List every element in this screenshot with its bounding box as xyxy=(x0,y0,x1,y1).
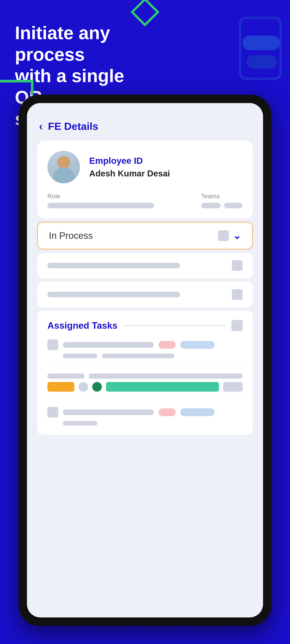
tasks-add-button[interactable] xyxy=(231,320,243,331)
task-row-3-top xyxy=(47,407,243,418)
app-header: ‹ FE Details xyxy=(27,113,263,137)
task-color-teal xyxy=(106,382,219,392)
task-3-tag-pink xyxy=(159,408,176,416)
bg-phone-graphic xyxy=(239,17,282,80)
tasks-section: Assigned Tasks xyxy=(37,311,253,435)
task-color-circle-dark-green xyxy=(92,382,102,392)
task-color-gray-bar xyxy=(223,382,243,392)
role-value-bar xyxy=(47,203,154,208)
phone-mockup: ‹ FE Details Employee ID Adesh Kumar Des… xyxy=(19,95,271,626)
task-color-row xyxy=(47,382,243,392)
list-item-1-bar xyxy=(47,263,180,268)
task-divider-1 xyxy=(47,366,243,366)
avatar xyxy=(47,151,80,183)
list-item-1-icon xyxy=(232,260,243,271)
employee-name: Adesh Kumar Desai xyxy=(89,168,170,178)
team-bar-1 xyxy=(201,203,221,208)
status-bar xyxy=(27,103,263,113)
tasks-header: Assigned Tasks xyxy=(47,320,243,331)
headline-line1: Initiate any process xyxy=(15,23,110,64)
employee-card: Employee ID Adesh Kumar Desai Role Teams xyxy=(37,140,253,218)
employee-info-row: Employee ID Adesh Kumar Desai xyxy=(47,151,243,183)
teams-label: Teams xyxy=(201,192,220,200)
status-icon-square xyxy=(218,230,229,241)
tasks-title: Assigned Tasks xyxy=(47,320,118,331)
task-1-tag-pink xyxy=(159,341,176,349)
task-3-tag-blue xyxy=(180,408,215,416)
task-color-circle-gray xyxy=(79,382,88,392)
task-1-name-bar xyxy=(63,342,154,348)
tasks-divider xyxy=(123,325,226,326)
task-color-orange xyxy=(47,382,74,392)
teams-block: Teams xyxy=(201,192,243,208)
task-row-3 xyxy=(47,407,243,426)
task-row-2-meta xyxy=(47,374,243,379)
task-1-sub-bar-2 xyxy=(102,354,174,358)
task-row-1 xyxy=(47,340,243,358)
teams-bars xyxy=(201,203,243,208)
role-block: Role xyxy=(47,192,196,208)
phone-screen: ‹ FE Details Employee ID Adesh Kumar Des… xyxy=(27,103,263,618)
status-dropdown[interactable]: In Process ⌄ xyxy=(37,222,253,250)
task-2-bar-b xyxy=(89,374,243,379)
task-1-sub-bar-1 xyxy=(63,354,97,358)
back-button[interactable]: ‹ xyxy=(39,120,43,132)
task-3-checkbox[interactable] xyxy=(47,407,58,418)
task-3-name-bar xyxy=(63,410,154,415)
task-2-bar-a xyxy=(47,374,85,379)
bottom-spacer xyxy=(27,438,263,450)
task-1-tag-blue xyxy=(180,341,215,349)
team-bar-2 xyxy=(224,203,243,208)
task-divider-2 xyxy=(47,399,243,400)
task-row-3-bottom xyxy=(47,421,243,426)
chevron-down-icon: ⌄ xyxy=(233,231,241,240)
task-3-sub-bar-1 xyxy=(63,421,97,426)
task-row-2 xyxy=(47,374,243,392)
employee-meta-row: Role Teams xyxy=(47,192,243,208)
status-controls: ⌄ xyxy=(218,230,241,241)
green-corner-bracket xyxy=(0,80,34,95)
task-1-checkbox[interactable] xyxy=(47,340,58,350)
role-label: Role xyxy=(47,192,196,200)
list-item-2-icon xyxy=(232,289,243,300)
status-text: In Process xyxy=(49,230,93,241)
employee-id-label: Employee ID xyxy=(89,156,170,166)
list-item-2[interactable] xyxy=(37,282,253,307)
task-row-1-bottom xyxy=(47,354,243,358)
employee-text: Employee ID Adesh Kumar Desai xyxy=(89,156,170,178)
list-item-2-bar xyxy=(47,292,180,297)
page-title: FE Details xyxy=(48,120,98,132)
task-row-1-top xyxy=(47,340,243,350)
list-item-1[interactable] xyxy=(37,253,253,278)
